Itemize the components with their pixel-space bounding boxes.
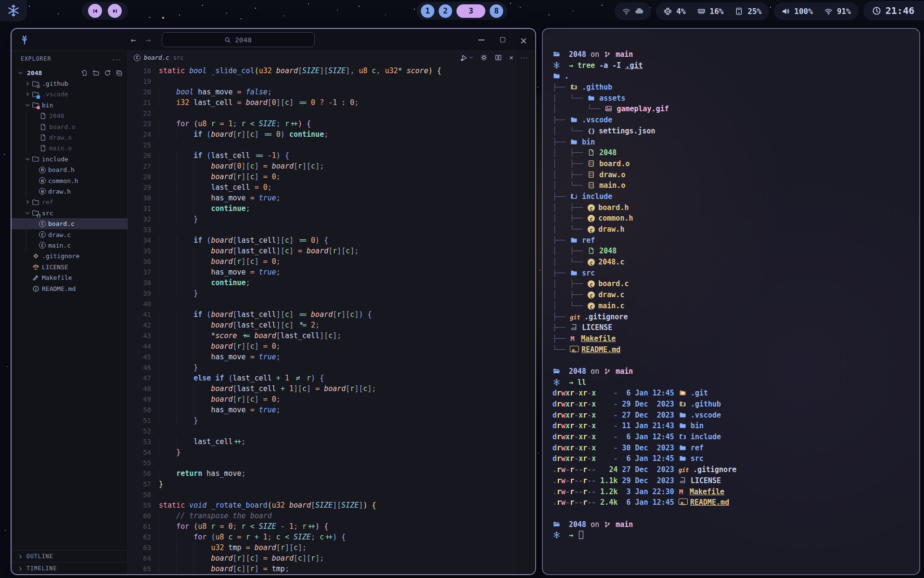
- media-previous-button[interactable]: [88, 4, 102, 18]
- code-line-22[interactable]: 22: [128, 108, 535, 118]
- explorer-item-draw.h[interactable]: Hdraw.h: [12, 186, 128, 197]
- explorer-item-ref[interactable]: ref: [12, 197, 128, 208]
- close-editor-button[interactable]: ×: [509, 53, 513, 62]
- refresh-explorer-button[interactable]: [104, 69, 111, 77]
- system-stats-widget[interactable]: 4% 16% 25%: [656, 2, 769, 20]
- close-button[interactable]: ×: [520, 36, 527, 44]
- code-line-53[interactable]: 53 last_cell++;: [128, 436, 535, 447]
- explorer-item-include[interactable]: include: [12, 154, 128, 164]
- code-line-27[interactable]: 27 board[0][c] = board[r][c];: [128, 161, 535, 171]
- code-line-37[interactable]: 37 has_move = true;: [128, 267, 535, 277]
- code-line-60[interactable]: 60 // transpose the board: [128, 511, 535, 521]
- explorer-item-.github[interactable]: .github: [12, 78, 128, 89]
- explorer-item-makefile[interactable]: Makefile: [12, 272, 128, 283]
- clock-widget[interactable]: 21:46: [863, 1, 924, 20]
- workspace-2[interactable]: 2: [439, 4, 452, 18]
- command-center-search[interactable]: 2048: [162, 32, 315, 47]
- terminal-window[interactable]: 2048 on main → tree -a -I .git.├── .gith…: [542, 28, 920, 575]
- code-line-40[interactable]: 40: [128, 299, 535, 309]
- code-editor[interactable]: 18static bool _slide_col(u32 board[SIZE]…: [128, 64, 535, 574]
- tab-bar[interactable]: C board.c src × ···: [128, 51, 535, 64]
- code-line-25[interactable]: 25: [128, 140, 535, 150]
- code-line-61[interactable]: 61 for (u8 r = 0; r < SIZE - 1; r++) {: [128, 521, 535, 532]
- tray-widget[interactable]: [615, 2, 651, 20]
- code-line-43[interactable]: 43 *score += board[last_cell][c];: [128, 330, 535, 341]
- code-line-48[interactable]: 48 board[last_cell + 1][c] = board[r][c]…: [128, 383, 535, 394]
- code-line-59[interactable]: 59static void _rotate_board(u32 board[SI…: [128, 500, 535, 511]
- more-actions-button[interactable]: ···: [521, 54, 528, 61]
- code-line-38[interactable]: 38 continue;: [128, 277, 535, 288]
- code-line-56[interactable]: 56 return has_move;: [128, 468, 535, 479]
- explorer-item-2048[interactable]: 2048: [12, 67, 128, 78]
- explorer-item-src[interactable]: ()src: [12, 208, 128, 218]
- code-line-52[interactable]: 52: [128, 426, 535, 436]
- code-line-57[interactable]: 57}: [128, 479, 535, 489]
- explorer-item-draw.o[interactable]: draw.o: [12, 132, 128, 143]
- code-line-24[interactable]: 24 if (board[r][c] == 0) continue;: [128, 129, 535, 140]
- code-line-49[interactable]: 49 board[r][c] = 0;: [128, 394, 535, 405]
- timeline-panel-header[interactable]: TIMELINE: [12, 562, 128, 574]
- code-line-55[interactable]: 55: [128, 458, 535, 468]
- minimize-button[interactable]: [477, 36, 485, 44]
- code-line-30[interactable]: 30 has_move = true;: [128, 193, 535, 203]
- code-line-21[interactable]: 21 i32 last_cell = board[0][c] == 0 ? -1…: [128, 97, 535, 108]
- code-line-35[interactable]: 35 board[last_cell][c] = board[r][c];: [128, 246, 535, 256]
- code-line-26[interactable]: 26 if (last_cell == -1) {: [128, 150, 535, 161]
- code-line-31[interactable]: 31 continue;: [128, 203, 535, 214]
- explorer-item-board.o[interactable]: board.o: [12, 121, 128, 132]
- run-debug-button[interactable]: [460, 54, 473, 62]
- code-line-62[interactable]: 62 for (u8 c = r + 1; c < SIZE; c++) {: [128, 532, 535, 542]
- code-line-19[interactable]: 19: [128, 76, 535, 87]
- explorer-item-main.o[interactable]: main.o: [12, 143, 128, 154]
- explorer-item-board.c[interactable]: Cboard.c: [12, 218, 128, 229]
- code-line-36[interactable]: 36 board[r][c] = 0;: [128, 256, 535, 267]
- new-folder-button[interactable]: [92, 69, 100, 77]
- code-line-65[interactable]: 65 board[c][r] = tmp;: [128, 564, 535, 574]
- code-line-63[interactable]: 63 u32 tmp = board[r][c];: [128, 542, 535, 553]
- explorer-item-license[interactable]: LICENSE: [12, 262, 128, 272]
- explorer-item-main.c[interactable]: Cmain.c: [12, 240, 128, 250]
- nixos-logo[interactable]: [0, 0, 27, 21]
- code-line-64[interactable]: 64 board[r][c] = board[c][r];: [128, 553, 535, 564]
- code-line-20[interactable]: 20 bool has_move = false;: [128, 87, 535, 97]
- code-line-58[interactable]: 58: [128, 489, 535, 500]
- outline-panel-header[interactable]: OUTLINE: [12, 550, 128, 562]
- code-line-51[interactable]: 51 }: [128, 415, 535, 426]
- split-editor-button[interactable]: [495, 54, 502, 61]
- code-line-33[interactable]: 33: [128, 224, 535, 235]
- maximize-button[interactable]: [499, 36, 506, 44]
- explorer-more-button[interactable]: ···: [112, 55, 121, 63]
- code-line-47[interactable]: 47 else if (last_cell + 1 ≠ r) {: [128, 373, 535, 383]
- audio-network-widget[interactable]: 100% 91%: [774, 2, 858, 20]
- new-file-button[interactable]: [81, 69, 88, 77]
- collapse-folders-button[interactable]: [116, 69, 123, 77]
- code-line-23[interactable]: 23 for (u8 r = 1; r < SIZE; r++) {: [128, 118, 535, 129]
- code-line-18[interactable]: 18static bool _slide_col(u32 board[SIZE]…: [128, 66, 535, 76]
- explorer-item-bin[interactable]: bin: [12, 100, 128, 110]
- workspace-1[interactable]: 1: [421, 4, 435, 18]
- explorer-item-draw.c[interactable]: Cdraw.c: [12, 229, 128, 240]
- code-line-29[interactable]: 29 last_cell = 0;: [128, 182, 535, 193]
- explorer-item-2048[interactable]: 2048: [12, 111, 128, 121]
- explorer-item-board.h[interactable]: Hboard.h: [12, 165, 128, 175]
- workspace-8[interactable]: 8: [490, 4, 503, 18]
- code-line-54[interactable]: 54 }: [128, 447, 535, 458]
- terminal-input-line[interactable]: →: [552, 530, 919, 541]
- code-line-46[interactable]: 46 }: [128, 362, 535, 373]
- explorer-item-.vscode[interactable]: .vscode: [12, 89, 128, 100]
- code-line-28[interactable]: 28 board[r][c] = 0;: [128, 171, 535, 182]
- code-line-44[interactable]: 44 board[r][c] = 0;: [128, 341, 535, 352]
- code-line-42[interactable]: 42 board[last_cell][c] *= 2;: [128, 320, 535, 330]
- explorer-item-.gitignore[interactable]: .gitignore: [12, 251, 128, 262]
- editor-settings-button[interactable]: [480, 54, 488, 61]
- code-line-41[interactable]: 41 if (board[last_cell][c] == board[r][c…: [128, 309, 535, 320]
- code-line-34[interactable]: 34 if (board[last_cell][c] == 0) {: [128, 235, 535, 246]
- code-line-32[interactable]: 32 }: [128, 214, 535, 224]
- explorer-item-common.h[interactable]: Hcommon.h: [12, 175, 128, 186]
- workspace-3-active[interactable]: 3: [457, 4, 486, 18]
- nav-forward-button[interactable]: →: [146, 35, 151, 45]
- explorer-item-readme.md[interactable]: README.md: [12, 283, 128, 294]
- code-line-45[interactable]: 45 has_move = true;: [128, 352, 535, 362]
- media-next-button[interactable]: [108, 4, 122, 18]
- code-line-50[interactable]: 50 has_move = true;: [128, 405, 535, 415]
